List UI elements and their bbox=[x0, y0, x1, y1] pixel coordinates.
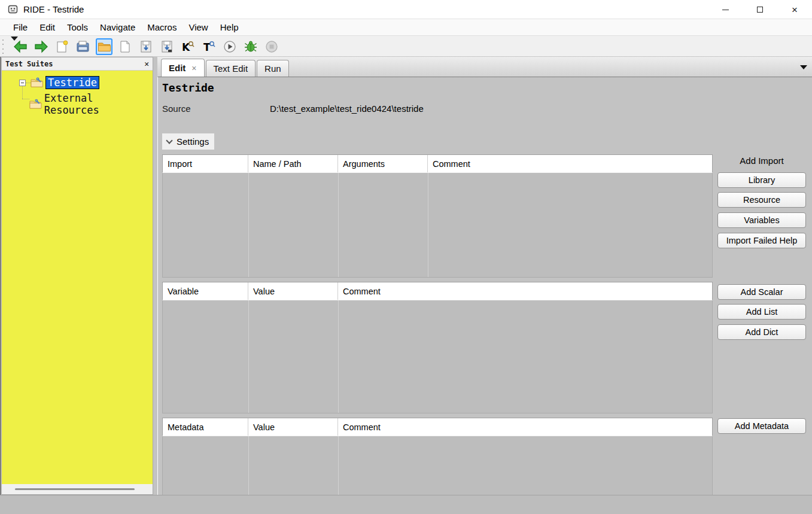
scrollbar-thumb[interactable] bbox=[15, 488, 135, 490]
test-suites-panel: Test Suites ✕ Testride bbox=[1, 57, 153, 495]
add-dict-button[interactable]: Add Dict bbox=[717, 324, 806, 340]
library-button[interactable]: Library bbox=[717, 172, 806, 188]
tab-label: Text Edit bbox=[214, 63, 248, 74]
save-button[interactable] bbox=[138, 38, 154, 55]
add-metadata-button[interactable]: Add Metadata bbox=[717, 418, 806, 434]
tree-expander-icon[interactable] bbox=[19, 80, 26, 86]
open-directory-button[interactable] bbox=[96, 38, 112, 55]
tree-item-label: External Resources bbox=[44, 92, 153, 116]
suite-heading: Testride bbox=[162, 81, 214, 94]
tab-text-edit[interactable]: Text Edit bbox=[206, 60, 256, 77]
variable-table-body[interactable] bbox=[162, 300, 713, 413]
maximize-icon bbox=[757, 7, 763, 13]
stop-button[interactable] bbox=[263, 38, 280, 55]
column-header-comment: Comment bbox=[428, 155, 712, 172]
import-table: Import Name / Path Arguments Comment bbox=[162, 154, 713, 278]
suite-folder-icon bbox=[31, 77, 43, 88]
ride-window: RIDE - Testride × File Edit Tools Naviga… bbox=[0, 0, 812, 514]
test-suites-header[interactable]: Test Suites ✕ bbox=[2, 57, 153, 71]
close-button[interactable]: × bbox=[777, 0, 812, 19]
column-header-import: Import bbox=[163, 155, 248, 172]
search-tests-icon: T bbox=[202, 40, 216, 53]
status-bar bbox=[0, 495, 812, 514]
metadata-table-body[interactable] bbox=[162, 436, 713, 495]
app-robot-icon bbox=[8, 4, 18, 14]
resource-folder-icon bbox=[29, 99, 42, 110]
menu-bar: File Edit Tools Navigate Macros View Hel… bbox=[0, 19, 812, 36]
source-path: D:\test_example\test_ride0424\testride bbox=[270, 104, 424, 114]
window-title: RIDE - Testride bbox=[23, 4, 84, 14]
search-keywords-button[interactable]: K bbox=[180, 38, 196, 55]
menu-help[interactable]: Help bbox=[214, 20, 245, 35]
tree-item-label: Testride bbox=[45, 76, 99, 89]
search-keywords-icon: K bbox=[181, 40, 195, 53]
column-header-comment: Comment bbox=[338, 282, 712, 300]
settings-label: Settings bbox=[177, 136, 209, 147]
menu-tools[interactable]: Tools bbox=[61, 20, 94, 35]
add-list-button[interactable]: Add List bbox=[717, 304, 806, 320]
tab-run[interactable]: Run bbox=[257, 60, 289, 77]
import-failed-help-button[interactable]: Import Failed Help bbox=[717, 233, 806, 248]
tab-list-dropdown-icon[interactable] bbox=[800, 65, 807, 69]
column-header-value: Value bbox=[248, 418, 338, 436]
tree-item-external-resources[interactable]: External Resources bbox=[29, 92, 153, 116]
suite-tree[interactable]: Testride External Resources bbox=[2, 71, 153, 484]
tree-connector bbox=[22, 99, 29, 99]
panel-splitter[interactable] bbox=[153, 57, 157, 495]
tab-close-icon[interactable]: × bbox=[191, 63, 196, 73]
debug-icon bbox=[244, 40, 257, 53]
open-file-icon bbox=[76, 40, 90, 53]
run-tests-button[interactable] bbox=[221, 38, 238, 55]
debug-button[interactable] bbox=[242, 38, 259, 55]
close-icon: × bbox=[792, 5, 798, 15]
minimize-button[interactable] bbox=[708, 0, 743, 19]
column-header-name-path: Name / Path bbox=[248, 155, 338, 172]
column-header-comment: Comment bbox=[338, 418, 712, 436]
run-tests-icon bbox=[223, 40, 236, 53]
menu-edit[interactable]: Edit bbox=[34, 20, 61, 35]
column-header-value: Value bbox=[248, 282, 338, 300]
menu-file[interactable]: File bbox=[7, 20, 34, 35]
open-directory-icon bbox=[98, 41, 111, 53]
test-suites-title: Test Suites bbox=[5, 60, 53, 68]
variable-table: Variable Value Comment bbox=[162, 282, 713, 413]
maximize-button[interactable] bbox=[743, 0, 777, 19]
svg-text:T: T bbox=[203, 41, 211, 53]
go-back-button[interactable] bbox=[12, 38, 29, 55]
panel-close-icon[interactable]: ✕ bbox=[144, 60, 149, 68]
settings-toggle[interactable]: Settings bbox=[162, 133, 214, 150]
tab-label: Run bbox=[264, 63, 281, 74]
import-table-body[interactable] bbox=[162, 172, 713, 278]
menu-macros[interactable]: Macros bbox=[141, 20, 183, 35]
variables-button[interactable]: Variables bbox=[717, 212, 806, 228]
new-project-button[interactable] bbox=[54, 38, 71, 55]
metadata-table-header: Metadata Value Comment bbox=[162, 418, 713, 436]
title-bar: RIDE - Testride × bbox=[0, 0, 812, 19]
menu-view[interactable]: View bbox=[183, 20, 214, 35]
tree-item-testride[interactable]: Testride bbox=[31, 76, 99, 89]
open-file-button[interactable] bbox=[75, 38, 92, 55]
new-file-button[interactable] bbox=[117, 38, 133, 55]
tab-label: Edit bbox=[169, 63, 185, 73]
import-table-header: Import Name / Path Arguments Comment bbox=[162, 154, 713, 172]
save-all-button[interactable] bbox=[159, 38, 175, 55]
toolbar-grip[interactable] bbox=[2, 39, 5, 54]
notebook-tabbar: Edit × Text Edit Run bbox=[157, 57, 812, 77]
edit-tab-content: Testride Source D:\test_example\test_rid… bbox=[157, 77, 812, 495]
tree-horizontal-scrollbar[interactable] bbox=[2, 484, 153, 494]
go-forward-icon bbox=[34, 40, 48, 53]
chevron-down-icon bbox=[166, 137, 172, 144]
metadata-table: Metadata Value Comment bbox=[162, 418, 713, 495]
go-forward-button[interactable] bbox=[33, 38, 50, 55]
minimize-icon bbox=[722, 10, 729, 10]
column-header-arguments: Arguments bbox=[338, 155, 428, 172]
tree-connector bbox=[26, 83, 31, 83]
tab-edit[interactable]: Edit × bbox=[161, 59, 205, 77]
column-header-metadata: Metadata bbox=[163, 418, 248, 436]
save-all-icon bbox=[160, 40, 174, 53]
search-tests-button[interactable]: T bbox=[200, 38, 217, 55]
go-back-icon bbox=[13, 40, 28, 53]
resource-button[interactable]: Resource bbox=[717, 192, 806, 208]
add-scalar-button[interactable]: Add Scalar bbox=[717, 284, 806, 300]
menu-navigate[interactable]: Navigate bbox=[94, 20, 141, 35]
